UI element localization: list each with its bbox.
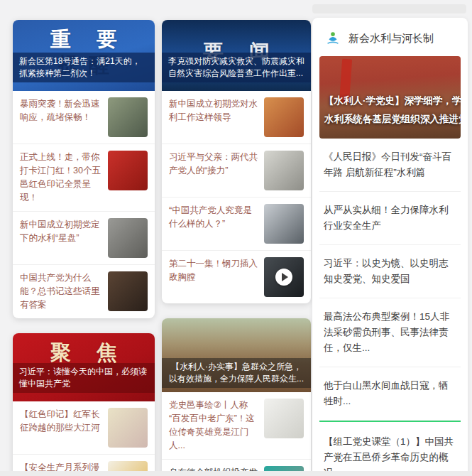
news-item[interactable]: 党史邑事绘②丨人称“百发百中老广东”！这位传奇英雄竟是江门人...: [162, 392, 311, 459]
news-thumbnail: [108, 218, 148, 258]
news-item-title: 习近平与父亲：两代共产党人的“接力”: [169, 151, 258, 178]
news-item-title: 新中国成立初期党定下的水利“星盘”: [20, 218, 101, 245]
card-water-affairs: 【水利人·办实事】急群众之所急，以有效措施，全力保障人民群众生... 党史邑事绘…: [162, 318, 311, 476]
news-item[interactable]: 中国共产党为什么能？总书记这些话里有答案: [13, 264, 155, 318]
news-thumbnail: [264, 97, 304, 137]
headlines-banner[interactable]: 要 闻 李克强对防灾减灾救灾、防震减灾和自然灾害综合风险普查工作作出重...: [162, 20, 311, 91]
news-list-water-affairs: 党史邑事绘②丨人称“百发百中老广东”！这位传奇英雄竟是江门人...乌东德全部机组…: [162, 392, 311, 476]
account-article-list: 《人民日报》今日刊发“奋斗百年路 启航新征程”水利篇从严从实从细！全力保障水利行…: [319, 139, 461, 476]
news-item[interactable]: 第二十一集！钢刀插入敌胸膛: [162, 250, 311, 303]
article-item[interactable]: 他于白山黑水间血战日寇，牺牲时...: [319, 367, 461, 421]
article-item[interactable]: 从严从实从细！全力保障水利行业安全生产: [319, 192, 461, 245]
news-item[interactable]: 新中国成立初期党定下的水利“星盘”: [13, 211, 155, 264]
card-important: 重 要 提醒 新会区第18号通告：满21天的，抓紧接种第二剂次！ 暴雨突袭！新会…: [13, 20, 155, 318]
account-title: 新会水利与河长制: [348, 32, 434, 45]
window-bottom-edge: [0, 471, 472, 476]
featured-article-photo[interactable]: 【水利人·学党史】深学细学，学思践 水利系统各基层党组织深入推进党史: [319, 56, 461, 139]
news-item[interactable]: 新中国成立初期党对水利工作这样领导: [162, 91, 311, 144]
news-item-title: 党史邑事绘②丨人称“百发百中老广东”！这位传奇英雄竟是江门人...: [169, 399, 258, 453]
photo-overlay-line1: 【水利人·学党史】深学细学，学思践: [324, 92, 461, 110]
news-item-title: 第二十一集！钢刀插入敌胸膛: [169, 257, 258, 284]
banner-headline[interactable]: 李克强对防灾减灾救灾、防震减灾和自然灾害综合风险普查工作作出重...: [162, 53, 311, 82]
left-column: 重 要 提醒 新会区第18号通告：满21天的，抓紧接种第二剂次！ 暴雨突袭！新会…: [13, 20, 155, 476]
account-panel: 新会水利与河长制 【水利人·学党史】深学细学，学思践 水利系统各基层党组织深入推…: [312, 18, 468, 476]
news-thumbnail: [108, 408, 148, 448]
news-list-focus: 【红色印记】红军长征跨越的那些大江河【安全生产月系列漫画（三）】装备齐了吗？中国…: [13, 401, 155, 476]
banner-word: 重 要: [13, 26, 155, 54]
news-item-title: 暴雨突袭！新会迅速响应，疏堵保畅！: [20, 97, 101, 124]
news-item-title: 正式上线！走，带你打卡江门红！30个五邑红色印记全景呈现！: [20, 151, 101, 205]
news-thumbnail: [264, 151, 304, 190]
water-person-icon: [325, 31, 341, 46]
middle-column: 要 闻 李克强对防灾减灾救灾、防震减灾和自然灾害综合风险普查工作作出重... 新…: [162, 20, 311, 476]
banner-headline[interactable]: 习近平：读懂今天的中国，必须读懂中国共产党: [13, 363, 155, 393]
news-list-headlines: 新中国成立初期党对水利工作这样领导习近平与父亲：两代共产党人的“接力”“中国共产…: [162, 91, 311, 303]
right-panel: 新会水利与河长制 【水利人·学党史】深学细学，学思践 水利系统各基层党组织深入推…: [312, 0, 468, 476]
news-thumbnail: [108, 151, 148, 190]
account-header[interactable]: 新会水利与河长制: [319, 25, 461, 56]
collapsed-header-bar: [312, 4, 466, 13]
news-item-title: 中国共产党为什么能？总书记这些话里有答案: [20, 271, 101, 312]
card-headlines: 要 闻 李克强对防灾减灾救灾、防震减灾和自然灾害综合风险普查工作作出重... 新…: [162, 20, 311, 303]
meeting-photo-banner[interactable]: 【水利人·办实事】急群众之所急，以有效措施，全力保障人民群众生...: [162, 318, 311, 392]
news-thumbnail: [264, 204, 304, 244]
article-item-highlighted[interactable]: 【组工党史课堂（1）】中国共产党在五邑侨乡革命历史的概况: [319, 421, 461, 476]
news-thumbnail: [108, 271, 148, 311]
news-item[interactable]: 正式上线！走，带你打卡江门红！30个五邑红色印记全景呈现！: [13, 144, 155, 211]
banner-headline[interactable]: 【水利人·办实事】急群众之所急，以有效措施，全力保障人民群众生...: [162, 358, 311, 388]
article-item[interactable]: 最高法公布典型案例！15人非法采砂需负刑事、民事法律责任，仅生...: [319, 298, 461, 367]
photo-overlay-text: 【水利人·学党史】深学细学，学思践 水利系统各基层党组织深入推进党史: [324, 92, 461, 129]
article-item[interactable]: 习近平：以史为镜、以史明志 知史爱党、知史爱国: [319, 245, 461, 298]
news-item-title: 新中国成立初期党对水利工作这样领导: [169, 97, 258, 124]
play-icon: [275, 269, 292, 286]
news-list-important: 暴雨突袭！新会迅速响应，疏堵保畅！正式上线！走，带你打卡江门红！30个五邑红色印…: [13, 91, 155, 318]
important-banner[interactable]: 重 要 提醒 新会区第18号通告：满21天的，抓紧接种第二剂次！: [13, 20, 155, 91]
news-item[interactable]: “中国共产党人究竟是什么样的人？”: [162, 197, 311, 250]
article-item[interactable]: 《人民日报》今日刊发“奋斗百年路 启航新征程”水利篇: [319, 139, 461, 192]
news-item[interactable]: 习近平与父亲：两代共产党人的“接力”: [162, 144, 311, 197]
banner-headline[interactable]: 新会区第18号通告：满21天的，抓紧接种第二剂次！: [13, 53, 155, 82]
focus-banner[interactable]: 聚 焦 习近平：读懂今天的中国，必须读懂中国共产党: [13, 333, 155, 401]
photo-overlay-line2: 水利系统各基层党组织深入推进党史: [324, 110, 461, 129]
news-feed-page: 重 要 提醒 新会区第18号通告：满21天的，抓紧接种第二剂次！ 暴雨突袭！新会…: [0, 0, 472, 476]
news-item-title: 【红色印记】红军长征跨越的那些大江河: [20, 408, 101, 435]
news-item[interactable]: 暴雨突袭！新会迅速响应，疏堵保畅！: [13, 91, 155, 144]
news-thumbnail: [108, 97, 148, 137]
news-item-title: “中国共产党人究竟是什么样的人？”: [169, 204, 258, 231]
news-thumbnail: [264, 257, 304, 297]
card-focus: 聚 焦 习近平：读懂今天的中国，必须读懂中国共产党 【红色印记】红军长征跨越的那…: [13, 333, 155, 476]
news-thumbnail: [264, 399, 304, 438]
news-item[interactable]: 【红色印记】红军长征跨越的那些大江河: [13, 401, 155, 454]
